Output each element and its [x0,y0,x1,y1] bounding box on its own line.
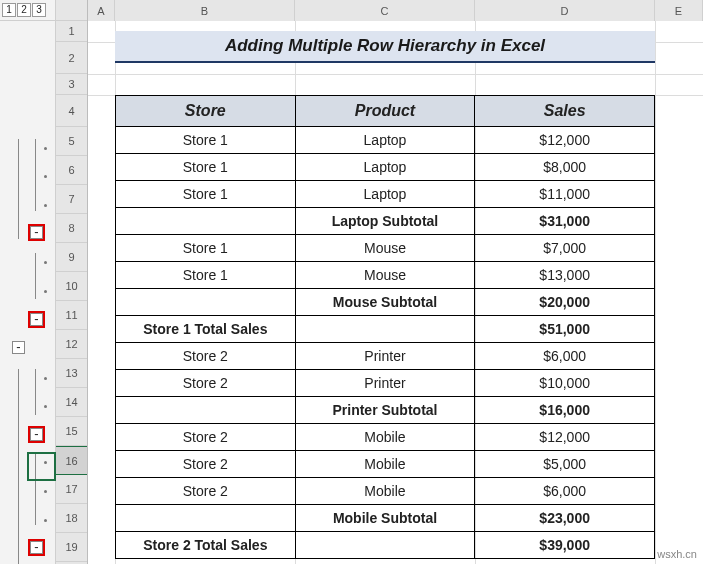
cell-sales[interactable]: $11,000 [475,181,655,208]
row-header[interactable]: 9 [56,243,87,272]
cell-store[interactable]: Store 1 [116,127,296,154]
watermark-text: wsxh.cn [657,548,697,560]
cell-store[interactable]: Store 1 [116,262,296,289]
table-row: Store 1Laptop$12,000 [116,127,655,154]
cell-sales[interactable]: $6,000 [475,478,655,505]
cell-sales[interactable]: $13,000 [475,262,655,289]
table-row: Store 1Laptop$11,000 [116,181,655,208]
cell-sales[interactable]: $7,000 [475,235,655,262]
row-header[interactable]: 8 [56,214,87,243]
outline-dot [44,377,47,380]
outline-dot [44,204,47,207]
cell-sales[interactable]: $31,000 [475,208,655,235]
cell-sales[interactable]: $23,000 [475,505,655,532]
row-header[interactable]: 18 [56,504,87,533]
cell-store[interactable]: Store 1 [116,181,296,208]
cell-product[interactable]: Laptop Subtotal [295,208,475,235]
outline-body: - - - - - - [0,21,55,564]
cell-sales[interactable]: $39,000 [475,532,655,559]
cell-product[interactable]: Mobile [295,451,475,478]
cell-product[interactable]: Mobile [295,424,475,451]
cell-store[interactable] [116,505,296,532]
cell-sales[interactable]: $5,000 [475,451,655,478]
cell-product[interactable]: Printer [295,370,475,397]
cell-store[interactable]: Store 1 [116,235,296,262]
cell-store[interactable] [116,289,296,316]
gridline [655,21,656,564]
cell-sales[interactable]: $8,000 [475,154,655,181]
cell-store[interactable]: Store 2 [116,424,296,451]
outline-level-3-button[interactable]: 3 [32,3,46,17]
cell-product[interactable]: Printer [295,343,475,370]
collapse-icon[interactable]: - [30,226,43,239]
cell-product[interactable]: Printer Subtotal [295,397,475,424]
select-all-corner[interactable] [56,0,87,21]
table-row: Store 2Mobile$5,000 [116,451,655,478]
cell-sales[interactable]: $20,000 [475,289,655,316]
table-row: Store 2Mobile$12,000 [116,424,655,451]
outline-line [18,139,19,239]
collapse-icon[interactable]: - [30,428,43,441]
outline-level-1-button[interactable]: 1 [2,3,16,17]
cell-product[interactable] [295,316,475,343]
collapse-icon[interactable]: - [30,541,43,554]
row-header[interactable]: 7 [56,185,87,214]
cell-product[interactable]: Mouse Subtotal [295,289,475,316]
cell-product[interactable]: Laptop [295,154,475,181]
cell-product[interactable]: Laptop [295,181,475,208]
cell-sales[interactable]: $12,000 [475,127,655,154]
row-header[interactable]: 4 [56,95,87,127]
header-product: Product [295,96,475,127]
row-header[interactable]: 13 [56,359,87,388]
cell-sales[interactable]: $12,000 [475,424,655,451]
collapse-icon[interactable]: - [12,341,25,354]
table-row: Store 2 Total Sales$39,000 [116,532,655,559]
col-header[interactable]: D [475,0,655,21]
cell-sales[interactable]: $10,000 [475,370,655,397]
cell-grid[interactable]: Adding Multiple Row Hierarchy in Excel S… [88,21,703,564]
gridline [88,74,703,75]
cell-store[interactable]: Store 1 [116,154,296,181]
cell-sales[interactable]: $16,000 [475,397,655,424]
row-header[interactable]: 17 [56,475,87,504]
cell-product[interactable]: Laptop [295,127,475,154]
outline-line [35,369,36,415]
col-header[interactable]: A [88,0,115,21]
cell-store[interactable]: Store 1 Total Sales [116,316,296,343]
row-header[interactable]: 15 [56,417,87,446]
cell-product[interactable]: Mobile Subtotal [295,505,475,532]
row-header-selected[interactable]: 16 [56,446,87,475]
row-header[interactable]: 10 [56,272,87,301]
outline-line [35,253,36,299]
row-header[interactable]: 5 [56,127,87,156]
col-header[interactable]: B [115,0,295,21]
row-header[interactable]: 11 [56,301,87,330]
cell-sales[interactable]: $51,000 [475,316,655,343]
row-header[interactable]: 19 [56,533,87,562]
outline-dot [44,461,47,464]
cell-product[interactable]: Mouse [295,262,475,289]
row-header[interactable]: 6 [56,156,87,185]
cell-store[interactable]: Store 2 [116,343,296,370]
cell-product[interactable]: Mouse [295,235,475,262]
cell-product[interactable] [295,532,475,559]
collapse-icon[interactable]: - [30,313,43,326]
cell-store[interactable] [116,397,296,424]
col-header[interactable]: E [655,0,703,21]
row-header[interactable]: 3 [56,74,87,95]
row-header[interactable]: 14 [56,388,87,417]
cell-store[interactable]: Store 2 [116,451,296,478]
cell-product[interactable]: Mobile [295,478,475,505]
row-header[interactable]: 12 [56,330,87,359]
cell-store[interactable] [116,208,296,235]
outline-level-2-button[interactable]: 2 [17,3,31,17]
cell-store[interactable]: Store 2 [116,478,296,505]
cell-sales[interactable]: $6,000 [475,343,655,370]
row-header[interactable]: 1 [56,21,87,42]
row-header[interactable]: 2 [56,42,87,74]
outline-line [35,139,36,211]
cell-store[interactable]: Store 2 [116,370,296,397]
cell-store[interactable]: Store 2 Total Sales [116,532,296,559]
table-row: Store 1 Total Sales$51,000 [116,316,655,343]
col-header[interactable]: C [295,0,475,21]
